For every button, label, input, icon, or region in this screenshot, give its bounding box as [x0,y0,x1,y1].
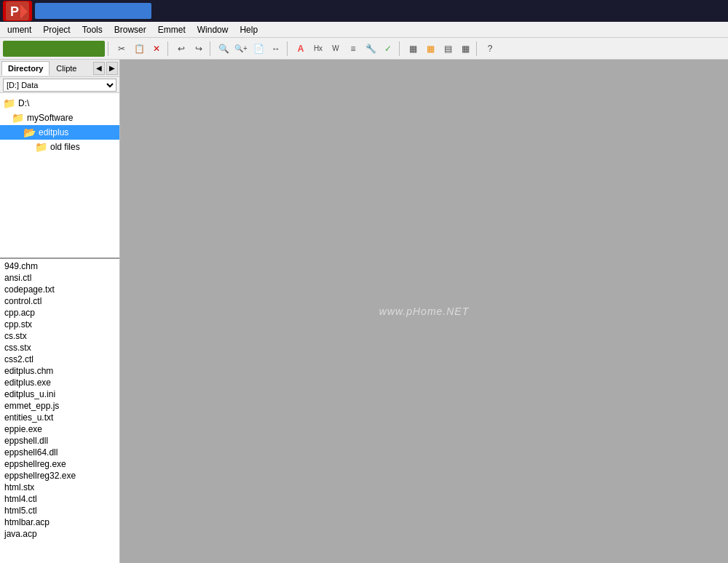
menu-document[interactable]: ument [1,23,37,36]
tree-item-d-root[interactable]: 📁 D:\ [0,96,119,111]
toolbar-list[interactable]: ≡ [345,41,361,57]
file-item[interactable]: html4.ctl [0,493,119,505]
file-item[interactable]: cpp.acp [0,307,119,319]
toolbar: ✂ 📋 ✕ ↩ ↪ 🔍 🔍+ 📄 ↔ A Hx W ≡ 🔧 ✓ ▦ ▦ ▤ ▦ … [0,38,728,60]
file-item[interactable]: html5.ctl [0,505,119,516]
directory-dropdown[interactable]: [D:] Data [0,77,119,93]
main-editor-area: www.pHome.NET [120,60,728,563]
left-panel: Directory Clipte ◀ ▶ [D:] Data 📁 D:\ 📁 m… [0,60,120,563]
file-item[interactable]: cpp.stx [0,319,119,330]
file-item[interactable]: css.stx [0,342,119,354]
app-logo: P [3,1,32,21]
tab-cliptext[interactable]: Clipte [50,61,83,76]
toolbar-doc[interactable]: 📄 [250,41,266,57]
toolbar-delete[interactable]: ✕ [149,41,165,57]
toolbar-sep-5 [399,41,402,56]
tree-item-old-files[interactable]: 📁 old files [0,140,119,154]
file-item[interactable]: htmlbar.acp [0,516,119,528]
toolbar-redo[interactable]: ↪ [191,41,207,57]
tab-next-arrow[interactable]: ▶ [106,62,118,75]
watermark: www.pHome.NET [379,306,469,317]
menu-emmet[interactable]: Emmet [152,23,191,36]
toolbar-sep-3 [210,41,213,56]
menu-project[interactable]: Project [37,23,76,36]
folder-icon-d-root: 📁 [3,97,15,109]
toolbar-search2[interactable]: 🔍+ [233,41,249,57]
titlebar: P [0,0,728,22]
toolbar-search[interactable]: 🔍 [215,41,232,57]
tree-view: 📁 D:\ 📁 mySoftware 📂 editplus 📁 old file… [0,93,119,257]
toolbar-format-a[interactable]: A [293,41,309,57]
toolbar-w[interactable]: W [328,41,344,57]
toolbar-sep-2 [167,41,170,56]
toolbar-settings[interactable]: 🔧 [363,41,379,57]
menubar: ument Project Tools Browser Emmet Window… [0,22,728,38]
file-item[interactable]: codepage.txt [0,284,119,295]
toolbar-grid2[interactable]: ▦ [422,41,438,57]
toolbar-sep-4 [287,41,290,56]
menu-tools[interactable]: Tools [76,23,108,36]
file-item[interactable]: eppie.exe [0,423,119,435]
file-item[interactable]: control.ctl [0,295,119,307]
toolbar-copy[interactable]: 📋 [131,41,147,57]
panel-tabs: Directory Clipte ◀ ▶ [0,60,119,77]
file-item[interactable]: editplus.chm [0,365,119,377]
toolbar-hex[interactable]: Hx [310,41,326,57]
toolbar-green-box [3,41,105,57]
file-item[interactable]: eppshell.dll [0,435,119,447]
toolbar-undo[interactable]: ↩ [173,41,189,57]
toolbar-grid4[interactable]: ▦ [457,41,473,57]
toolbar-sep-6 [476,41,479,56]
file-item[interactable]: editplus_u.ini [0,388,119,400]
toolbar-indent[interactable]: ↔ [268,41,284,57]
file-item[interactable]: editplus.exe [0,377,119,388]
tab-directory[interactable]: Directory [1,61,50,76]
file-item[interactable]: css2.ctl [0,354,119,365]
file-item[interactable]: entities_u.txt [0,412,119,423]
file-item[interactable]: cs.stx [0,330,119,342]
main-layout: Directory Clipte ◀ ▶ [D:] Data 📁 D:\ 📁 m… [0,60,728,563]
file-item[interactable]: html.stx [0,482,119,493]
file-item[interactable]: 949.chm [0,260,119,272]
dir-select[interactable]: [D:] Data [3,79,116,92]
toolbar-cut[interactable]: ✂ [114,41,130,57]
file-item[interactable]: eppshellreg32.exe [0,470,119,482]
toolbar-check[interactable]: ✓ [380,41,396,57]
tab-prev-arrow[interactable]: ◀ [93,62,105,75]
toolbar-grid3[interactable]: ▤ [440,41,456,57]
menu-help[interactable]: Help [234,23,264,36]
tree-item-mysoftware[interactable]: 📁 mySoftware [0,111,119,125]
title-text [35,3,151,19]
toolbar-help[interactable]: ? [482,41,498,57]
folder-icon-mysoftware: 📁 [12,112,24,124]
menu-window[interactable]: Window [191,23,234,36]
file-item[interactable]: ansi.ctl [0,272,119,284]
file-list: 949.chmansi.ctlcodepage.txtcontrol.ctlcp… [0,257,119,563]
file-item[interactable]: emmet_epp.js [0,400,119,412]
menu-browser[interactable]: Browser [108,23,152,36]
toolbar-grid1[interactable]: ▦ [405,41,421,57]
toolbar-sep-1 [108,41,111,56]
svg-text:P: P [10,4,19,19]
tree-item-editplus[interactable]: 📂 editplus [0,125,119,140]
tab-arrows: ◀ ▶ [93,62,118,75]
folder-icon-old-files: 📁 [35,141,47,153]
file-item[interactable]: eppshell64.dll [0,447,119,458]
file-item[interactable]: java.acp [0,528,119,540]
file-item[interactable]: eppshellreg.exe [0,458,119,470]
folder-icon-editplus: 📂 [23,127,36,138]
